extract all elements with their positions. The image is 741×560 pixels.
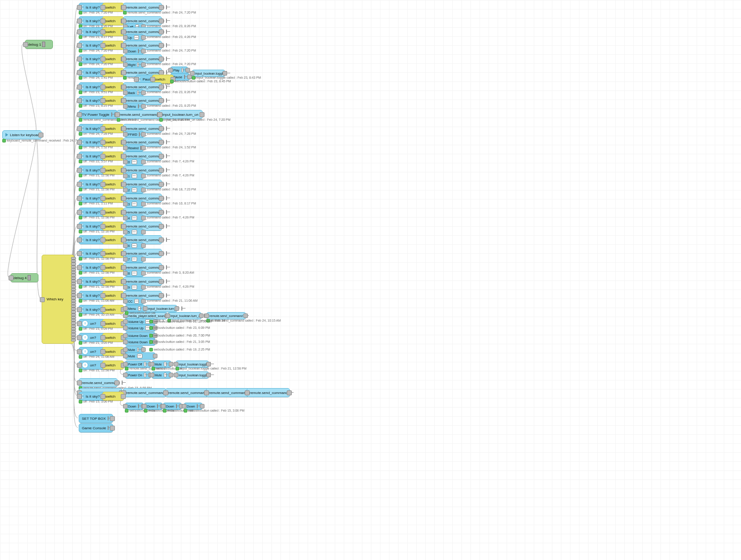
switch-node[interactable]: switch [102, 392, 124, 401]
remote-send-node[interactable]: remote.send_command [247, 388, 290, 397]
remote-send-node[interactable]: remote.send_command [117, 110, 160, 119]
switch-node[interactable]: switch [102, 124, 124, 133]
listen-for-keyboard-node[interactable]: Listen for keyboard [2, 130, 42, 139]
status-text: off : Feb 21, 12:58 PM [79, 285, 114, 289]
switch-node[interactable]: switch [102, 263, 124, 272]
key-9[interactable]: 9 [125, 284, 144, 291]
inject-node[interactable]: Game Console [79, 423, 113, 432]
switch-node[interactable]: switch [102, 194, 124, 203]
action-icon [166, 182, 167, 186]
action-icon [138, 49, 139, 53]
status-text: off : Feb 24, 10:15 AM [79, 313, 114, 317]
status-text: on : Feb 24, 7:20 PM [79, 62, 113, 66]
mute-key[interactable]: Mute [152, 371, 171, 379]
key-5[interactable]: 5 [125, 228, 144, 236]
switch-node[interactable]: switch [102, 235, 124, 244]
key-7[interactable]: 7 [125, 256, 144, 263]
switch-node[interactable]: switch [102, 333, 124, 342]
action-icon [134, 35, 139, 40]
remote-send-node[interactable]: remote.send_command [206, 312, 246, 319]
inject-label: Game Console [82, 426, 106, 430]
remote-send-node[interactable]: remote.send_command [123, 388, 166, 397]
action-icon [132, 188, 137, 192]
inject-node[interactable]: SET TOP BOX [79, 414, 113, 423]
key-menu[interactable]: Menu [125, 103, 144, 110]
switch-node[interactable]: switch [102, 208, 124, 217]
key-2[interactable]: 2 [125, 186, 144, 194]
key-up[interactable]: Up [125, 34, 144, 41]
status-text: off : Feb 21, 3:05 PM [79, 341, 113, 345]
which-key-switch[interactable]: Which key [42, 255, 74, 344]
switch-node[interactable]: switch [102, 166, 124, 175]
switch-node[interactable]: switch [102, 96, 124, 105]
switch-node[interactable]: switch [102, 347, 124, 356]
switch-node[interactable]: switch [102, 54, 124, 63]
status-text: webostv.button called : Feb 21, 3:05 PM [149, 340, 210, 344]
action-icon [132, 174, 137, 178]
key-ffwd[interactable]: FFWD [125, 131, 144, 138]
status-text: on : Feb 21, 12:58 PM [79, 369, 114, 372]
input-boolean-on-node[interactable]: input_boolean.turn_on [159, 110, 203, 119]
status-text: webostv.button called : Feb 23, 8:45 PM [170, 80, 231, 83]
switch-node[interactable]: switch [102, 277, 124, 286]
key-back[interactable]: Back [125, 89, 144, 96]
switch-node[interactable]: switch [102, 249, 124, 258]
status-text: input_boolean.turn_on called : Feb 24, 7… [159, 118, 231, 122]
action-icon [166, 140, 167, 144]
remote-send-node[interactable]: remote.send_command [165, 388, 209, 397]
switch-node[interactable]: switch [102, 319, 124, 328]
event-in-icon [5, 133, 8, 137]
debug-1-node[interactable]: debug 1 [25, 40, 53, 49]
switch-node[interactable]: switch [102, 16, 124, 25]
power-on-key[interactable]: Power On [125, 371, 151, 379]
tv-power-node[interactable]: TV Power Toggle [79, 110, 118, 119]
action-icon [166, 154, 167, 158]
switch-node[interactable]: switch [102, 222, 124, 231]
action-icon [166, 43, 167, 47]
action-icon [137, 62, 139, 67]
action-icon [197, 404, 198, 408]
status-text: webostv.button cal [125, 311, 155, 315]
key-right[interactable]: Right [125, 61, 144, 68]
key-4[interactable]: 4 [125, 214, 144, 222]
switch-node[interactable]: switch [102, 138, 124, 147]
status-text: off : Feb 21, 12:58 PM [79, 216, 114, 219]
key-down[interactable]: Down [125, 47, 144, 55]
switch-node[interactable]: switch [102, 180, 124, 189]
switch-node[interactable]: switch [102, 305, 124, 314]
input-boolean-on-node[interactable]: input_boolean.turn_on [167, 312, 202, 319]
switch-node[interactable]: switch [102, 361, 124, 370]
key-rewind[interactable]: Rewind [125, 144, 144, 152]
play-key[interactable]: Play [170, 66, 188, 74]
switch-node[interactable]: switch [102, 291, 124, 300]
remote-send-node[interactable]: remote.send_command [79, 378, 118, 387]
action-icon [226, 71, 227, 76]
remote-send-node[interactable]: remote.send_command [206, 388, 249, 397]
info-icon: i [82, 4, 84, 10]
key-mute[interactable]: Mute [125, 352, 156, 360]
switch-node[interactable]: switch [102, 3, 124, 12]
switch-node[interactable]: switch [102, 41, 124, 50]
input-boolean-toggle-node[interactable]: input_boolean.toggle [176, 371, 209, 379]
switch-node[interactable]: switch [102, 152, 124, 161]
action-icon [176, 404, 177, 408]
status-text: off : Feb 24, 11:08 AM [79, 355, 114, 359]
debug-4-node[interactable]: debug 4 [10, 273, 38, 282]
key-3[interactable]: 3 [125, 200, 144, 208]
key-1[interactable]: 1 [125, 172, 144, 180]
action-icon [132, 285, 137, 289]
switch-node[interactable]: switch [102, 82, 124, 91]
key-cc[interactable]: CC [125, 298, 144, 305]
status-text: off : Feb 15, 3:06 PM [79, 400, 113, 403]
status-text: off : Feb 21, 12:58 PM [79, 174, 114, 177]
key-0[interactable]: 0 [125, 158, 144, 166]
key-6[interactable]: 6 [125, 242, 144, 249]
remote-send-node[interactable]: remote.send_command [123, 3, 162, 12]
action-icon [132, 271, 137, 275]
status-text: on : Feb 24, 7:20 PM [79, 11, 113, 14]
key-8[interactable]: 8 [125, 270, 144, 277]
switch-node[interactable]: switch [102, 27, 124, 36]
listen-status: keyboard_remote_command_received : Feb 2… [2, 139, 87, 142]
switch-node[interactable]: switch [102, 68, 124, 77]
status-text: webostv.button called : Feb 21, 12:50 PM [149, 320, 212, 323]
